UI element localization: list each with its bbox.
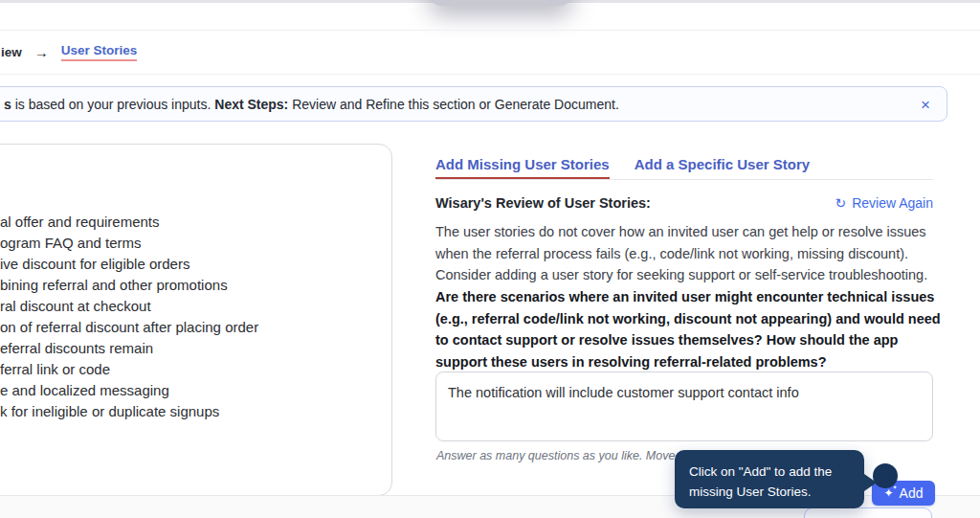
review-body-text: The user stories do not cover how an inv… <box>435 221 937 286</box>
list-item[interactable]: eferral discounts remain <box>0 338 385 359</box>
list-item[interactable]: e and localized messaging <box>0 380 385 401</box>
review-heading: Wisary's Review of User Stories: <box>435 195 651 211</box>
user-stories-list: al offer and requirements ogram FAQ and … <box>0 212 385 422</box>
breadcrumb-previous[interactable]: iew <box>1 45 22 59</box>
tab-add-missing-user-stories[interactable]: Add Missing User Stories <box>435 156 610 179</box>
top-floating-element-shadow <box>429 0 572 6</box>
answer-input[interactable]: The notification will include customer s… <box>435 372 933 441</box>
review-again-label: Review Again <box>852 195 933 211</box>
tab-add-specific-user-story[interactable]: Add a Specific User Story <box>635 156 810 179</box>
list-item[interactable]: k for ineligible or duplicate signups <box>0 401 385 422</box>
banner-next-steps: Next Steps: <box>214 97 288 112</box>
info-banner-text: s is based on your previous inputs. Next… <box>4 97 619 112</box>
list-item[interactable]: ferral link or code <box>0 359 385 380</box>
arrow-right-icon: → <box>34 45 49 59</box>
list-item[interactable]: al offer and requirements <box>0 212 385 233</box>
refresh-icon: ↻ <box>835 196 846 210</box>
info-banner: s is based on your previous inputs. Next… <box>0 86 947 122</box>
banner-text-c: Review and Refine this section or Genera… <box>288 97 619 112</box>
sparkle-icon: ✦ <box>884 487 894 499</box>
list-item[interactable]: on of referral discount after placing or… <box>0 317 385 338</box>
breadcrumb-divider <box>0 74 980 75</box>
app-screen: iew → User Stories s is based on your pr… <box>0 0 980 518</box>
breadcrumb-current-user-stories[interactable]: User Stories <box>61 43 138 61</box>
close-icon[interactable]: × <box>921 96 930 112</box>
header-divider <box>0 30 980 31</box>
bottom-peek-button[interactable] <box>804 507 932 518</box>
banner-text-a: is based on your previous inputs. <box>11 97 214 112</box>
list-item[interactable]: ral discount at checkout <box>0 296 385 317</box>
review-header-row: Wisary's Review of User Stories: ↻ Revie… <box>435 195 933 211</box>
breadcrumb: iew → User Stories <box>1 43 137 61</box>
tour-beacon-dot[interactable] <box>873 463 898 488</box>
list-item[interactable]: bining referral and other promotions <box>0 275 385 296</box>
review-question-text: Are there scenarios where an invited use… <box>435 286 941 372</box>
list-item[interactable]: ogram FAQ and terms <box>0 233 385 254</box>
list-item[interactable]: ive discount for eligible orders <box>0 254 385 275</box>
add-button-label: Add <box>900 485 924 501</box>
review-again-button[interactable]: ↻ Review Again <box>835 195 933 211</box>
tour-tooltip: Click on "Add" to add the missing User S… <box>675 450 864 508</box>
right-panel-tabs: Add Missing User Stories Add a Specific … <box>435 156 933 180</box>
answer-helper-text: Answer as many questions as you like. Mo… <box>436 449 692 462</box>
tour-tooltip-text: Click on "Add" to add the missing User S… <box>689 464 832 499</box>
banner-bold-lead: s <box>4 97 11 112</box>
